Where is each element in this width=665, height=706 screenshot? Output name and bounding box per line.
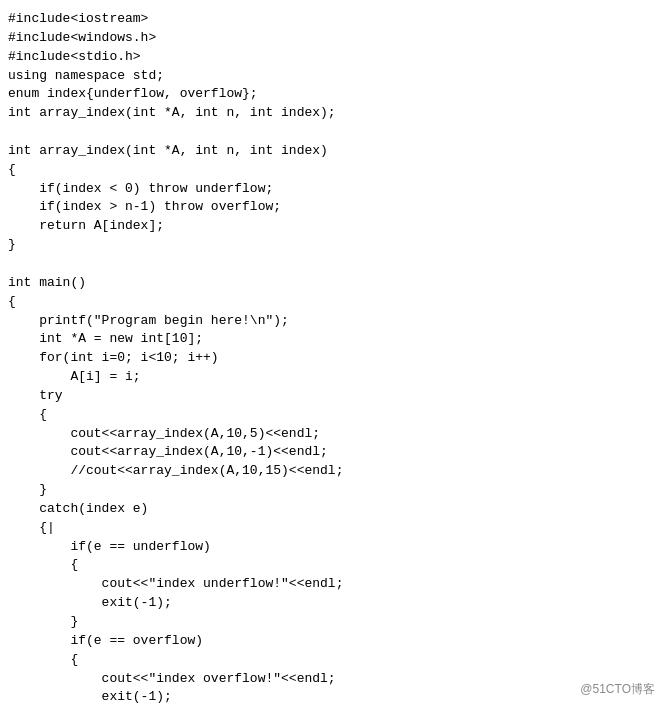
watermark: @51CTO博客 (580, 681, 655, 698)
code-content: #include<iostream> #include<windows.h> #… (8, 10, 657, 706)
